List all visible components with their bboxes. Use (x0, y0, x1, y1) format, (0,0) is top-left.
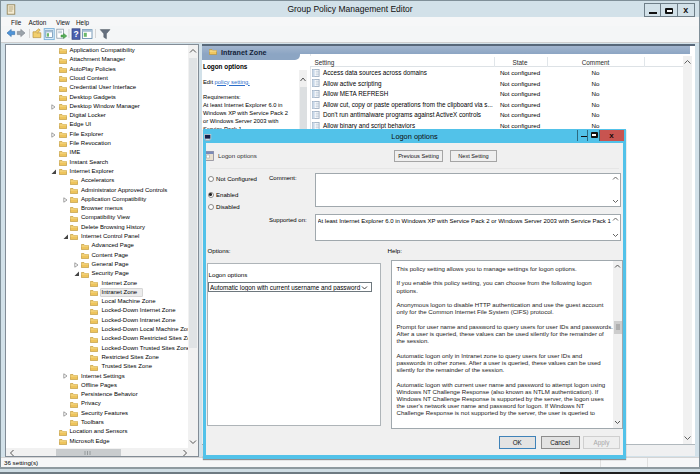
svg-text:?: ? (73, 29, 78, 39)
